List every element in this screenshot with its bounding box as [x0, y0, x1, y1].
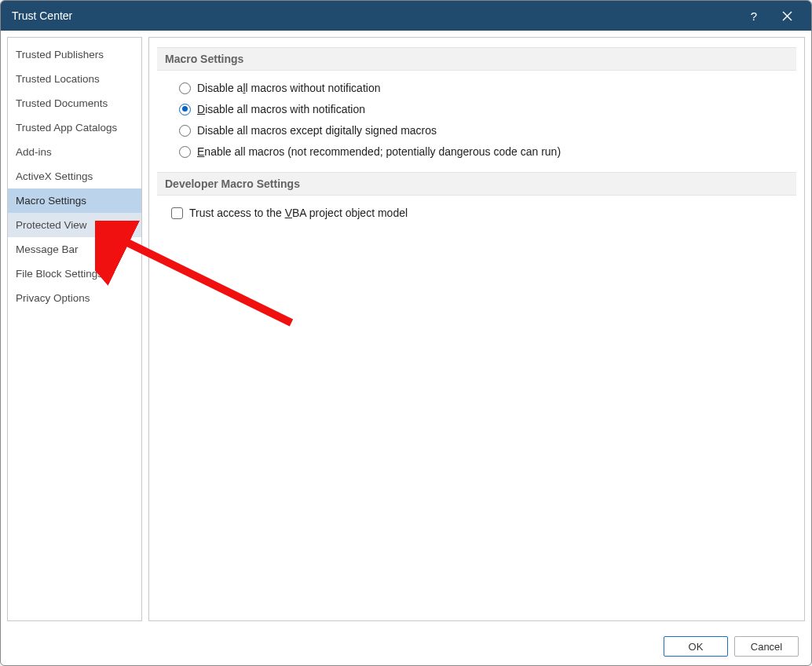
cancel-button[interactable]: Cancel	[734, 636, 799, 657]
radio-enable-all[interactable]: Enable all macros (not recommended; pote…	[179, 145, 796, 158]
sidebar-item-trusted-documents[interactable]: Trusted Documents	[8, 91, 141, 115]
close-icon	[782, 11, 792, 21]
dialog-body: Trusted Publishers Trusted Locations Tru…	[1, 31, 811, 628]
ok-button[interactable]: OK	[664, 636, 728, 657]
help-button[interactable]: ?	[737, 1, 770, 31]
titlebar: Trust Center ?	[1, 1, 811, 31]
trust-center-dialog: Trust Center ? Trusted Publishers Truste…	[0, 0, 812, 666]
sidebar-item-message-bar[interactable]: Message Bar	[8, 237, 141, 262]
radio-label: Disable all macros with notification	[197, 103, 365, 115]
radio-disable-except-signed[interactable]: Disable all macros except digitally sign…	[179, 124, 796, 137]
content-pane: Macro Settings Disable all macros withou…	[148, 37, 805, 621]
radio-icon	[179, 125, 191, 137]
sidebar-item-file-block-settings[interactable]: File Block Settings	[8, 262, 141, 286]
radio-icon	[179, 104, 191, 115]
dialog-footer: OK Cancel	[1, 628, 811, 665]
checkbox-trust-vba[interactable]: Trust access to the VBA project object m…	[157, 207, 796, 219]
sidebar-item-activex-settings[interactable]: ActiveX Settings	[8, 164, 141, 188]
radio-disable-no-notification[interactable]: Disable all macros without notification	[179, 82, 796, 94]
help-icon: ?	[751, 9, 757, 23]
close-button[interactable]	[770, 1, 803, 31]
radio-label: Enable all macros (not recommended; pote…	[197, 145, 561, 158]
sidebar-item-trusted-publishers[interactable]: Trusted Publishers	[8, 42, 141, 67]
section-developer-macro-settings: Developer Macro Settings	[157, 172, 796, 196]
window-title: Trust Center	[12, 9, 737, 22]
sidebar-item-privacy-options[interactable]: Privacy Options	[8, 286, 141, 310]
sidebar-item-add-ins[interactable]: Add-ins	[8, 140, 141, 164]
checkbox-label: Trust access to the VBA project object m…	[189, 207, 408, 219]
sidebar: Trusted Publishers Trusted Locations Tru…	[7, 37, 142, 621]
radio-label: Disable all macros except digitally sign…	[197, 124, 437, 137]
section-macro-settings: Macro Settings	[157, 47, 796, 71]
sidebar-item-protected-view[interactable]: Protected View	[8, 213, 141, 237]
sidebar-item-trusted-app-catalogs[interactable]: Trusted App Catalogs	[8, 115, 141, 140]
radio-icon	[179, 146, 191, 158]
radio-disable-with-notification[interactable]: Disable all macros with notification	[179, 103, 796, 115]
radio-icon	[179, 82, 191, 94]
sidebar-item-trusted-locations[interactable]: Trusted Locations	[8, 67, 141, 91]
radio-label: Disable all macros without notification	[197, 82, 380, 94]
macro-radio-group: Disable all macros without notification …	[157, 82, 796, 158]
checkbox-icon	[171, 207, 183, 219]
sidebar-item-macro-settings[interactable]: Macro Settings	[8, 188, 141, 213]
